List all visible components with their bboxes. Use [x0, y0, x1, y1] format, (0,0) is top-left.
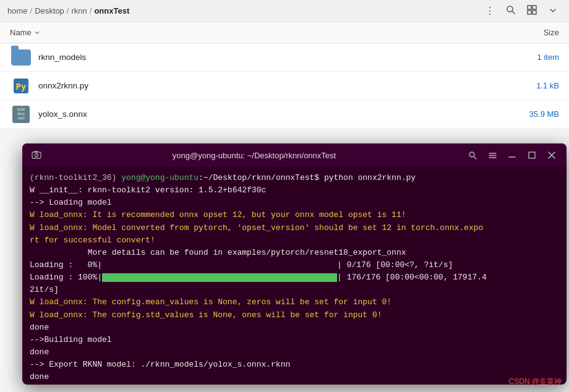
file-size: 1 item — [503, 53, 559, 62]
column-size[interactable]: Size — [503, 28, 559, 37]
file-list-header: Name Size — [0, 22, 569, 43]
python-file-icon: Py — [10, 75, 32, 97]
svg-line-12 — [474, 156, 476, 159]
breadcrumb-home[interactable]: home — [7, 6, 28, 15]
terminal-line: W load_onnx: The config.std_values is No… — [30, 309, 559, 322]
breadcrumb-current[interactable]: onnxTest — [94, 6, 129, 15]
folder-icon — [10, 46, 32, 69]
menu-icon: ⋮ — [485, 5, 495, 17]
chevron-down-icon — [549, 6, 557, 17]
grid-button[interactable] — [523, 2, 541, 20]
file-manager-topbar: home / Desktop / rknn / onnxTest ⋮ — [0, 0, 569, 22]
terminal-line: done — [30, 346, 559, 359]
close-icon — [547, 151, 556, 160]
search-icon — [506, 5, 516, 17]
terminal-line: rt for successful convert! — [30, 234, 559, 247]
svg-text:Py: Py — [16, 82, 27, 92]
terminal-line: More details can be found in examples/py… — [30, 247, 559, 259]
terminal-line: -->Building model — [30, 334, 559, 346]
svg-rect-2 — [528, 6, 531, 9]
terminal-line: (rknn-toolkit2_36) yong@yong-ubuntu:~/De… — [30, 383, 559, 385]
svg-rect-5 — [533, 11, 536, 14]
terminal-menu-button[interactable] — [484, 147, 501, 164]
terminal-screenshot-button[interactable] — [28, 147, 45, 163]
breadcrumb-desktop[interactable]: Desktop — [35, 6, 64, 15]
breadcrumb-sep1: / — [30, 6, 33, 15]
svg-point-9 — [35, 154, 38, 157]
binary-file-icon: 0100 0010 1001 — [10, 103, 32, 126]
svg-line-1 — [512, 11, 515, 14]
menu-button[interactable]: ⋮ — [481, 2, 498, 20]
terminal-line: (rknn-toolkit2_36) yong@yong-ubuntu:~/De… — [30, 172, 559, 184]
breadcrumb: home / Desktop / rknn / onnxTest — [7, 6, 476, 15]
terminal-close-button[interactable] — [543, 147, 560, 164]
terminal-titlebar: yong@yong-ubuntu: ~/Desktop/rknn/onnxTes… — [22, 143, 567, 167]
column-name[interactable]: Name — [10, 28, 503, 37]
minimize-icon — [508, 151, 516, 160]
sort-icon — [34, 30, 40, 36]
file-size: 35.9 MB — [503, 109, 559, 119]
list-item[interactable]: 0100 0010 1001 yolox_s.onnx 35.9 MB — [0, 100, 569, 129]
list-item[interactable]: rknn_models 1 item — [0, 43, 569, 72]
terminal-line: done — [30, 371, 559, 383]
svg-rect-4 — [528, 11, 531, 14]
file-manager: home / Desktop / rknn / onnxTest ⋮ — [0, 0, 569, 129]
terminal-controls — [464, 147, 560, 164]
hamburger-icon — [488, 151, 497, 160]
terminal-line: --> Loading model — [30, 197, 559, 209]
terminal-line: W __init__: rknn-toolkit2 version: 1.5.2… — [30, 184, 559, 197]
terminal-minimize-button[interactable] — [503, 147, 521, 164]
terminal-line: --> Export RKNN model: ./rknn_models/yol… — [30, 359, 559, 371]
terminal-line: done — [30, 322, 559, 334]
file-name: rknn_models — [38, 53, 503, 62]
svg-rect-8 — [32, 152, 41, 158]
chevron-button[interactable] — [544, 2, 562, 20]
breadcrumb-sep2: / — [67, 6, 69, 15]
svg-rect-3 — [533, 6, 536, 9]
svg-rect-17 — [529, 152, 535, 158]
terminal-line: 2it/s] — [30, 284, 559, 296]
maximize-icon — [528, 151, 536, 160]
terminal-maximize-button[interactable] — [523, 147, 541, 164]
list-item[interactable]: Py onnx2rknn.py 1.1 kB — [0, 72, 569, 100]
terminal-window: yong@yong-ubuntu: ~/Desktop/rknn/onnxTes… — [22, 143, 567, 385]
terminal-title-left — [28, 147, 45, 163]
terminal-line: Loading : 100%|| 176/176 [00:00<00:00, 1… — [30, 271, 559, 284]
file-size: 1.1 kB — [503, 81, 559, 90]
svg-point-11 — [469, 152, 474, 157]
terminal-title: yong@yong-ubuntu: ~/Desktop/rknn/onnxTes… — [45, 151, 464, 160]
file-list: rknn_models 1 item Py onnx2rknn.py 1.1 k… — [0, 43, 569, 129]
breadcrumb-sep3: / — [90, 6, 92, 15]
topbar-actions: ⋮ — [481, 2, 562, 20]
terminal-line: W load_onnx: Model converted from pytorc… — [30, 222, 559, 234]
screenshot-icon — [32, 150, 41, 160]
terminal-search-button[interactable] — [464, 147, 481, 164]
terminal-line: Loading : 0%|| 0/176 [00:00<?, ?it/s] — [30, 259, 559, 271]
file-name: yolox_s.onnx — [38, 109, 503, 119]
terminal-line: W load_onnx: The config.mean_values is N… — [30, 296, 559, 309]
terminal-line: W load_onnx: It is recommended onnx opse… — [30, 209, 559, 221]
search-button[interactable] — [502, 2, 520, 20]
grid-icon — [527, 5, 537, 17]
search-icon — [468, 151, 477, 160]
watermark: CSDN @韭菜神 — [508, 377, 562, 387]
file-name: onnx2rknn.py — [38, 81, 503, 90]
terminal-body[interactable]: (rknn-toolkit2_36) yong@yong-ubuntu:~/De… — [22, 167, 567, 385]
breadcrumb-rknn[interactable]: rknn — [71, 6, 87, 15]
